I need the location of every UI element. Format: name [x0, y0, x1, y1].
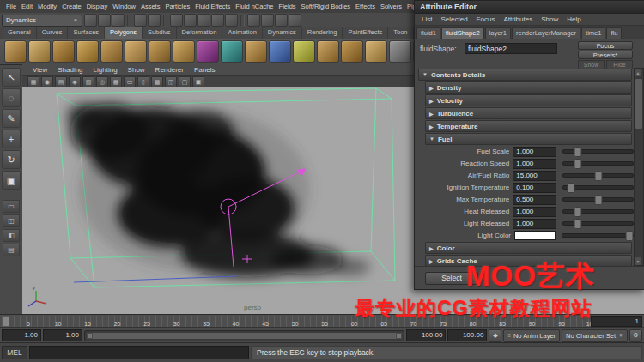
- shelf-tab-subdivs[interactable]: Subdivs: [143, 27, 177, 39]
- shelf-item-12-icon[interactable]: [269, 40, 291, 63]
- render-settings-icon[interactable]: [289, 14, 301, 27]
- air-fuel-ratio-slider[interactable]: [562, 173, 634, 178]
- slider-handle[interactable]: [574, 219, 581, 229]
- light-released-field[interactable]: 1.000: [513, 219, 556, 229]
- animation-end-field[interactable]: 100.00: [447, 329, 487, 341]
- menu-soft-rigid-bodies[interactable]: Soft/Rigid Bodies: [299, 3, 354, 10]
- attribute-editor-title[interactable]: Attribute Editor: [415, 1, 644, 14]
- scrollbar-down-arrow-icon[interactable]: ▼: [635, 257, 641, 265]
- ae-menu-focus[interactable]: Focus: [472, 15, 500, 23]
- range-slider[interactable]: [84, 330, 404, 341]
- animation-preferences-icon[interactable]: ⚙: [629, 329, 642, 342]
- viewport-menu-lighting[interactable]: Lighting: [88, 66, 123, 74]
- slider-handle[interactable]: [574, 159, 581, 169]
- shelf-item-16-icon[interactable]: [365, 40, 387, 63]
- section-color[interactable]: ▶Color: [425, 242, 632, 254]
- select-button[interactable]: Select: [425, 272, 478, 285]
- section-temperature[interactable]: ▶Temperature: [425, 120, 632, 132]
- attribute-scroll-area[interactable]: ▼Contents Details▶Density▶Velocity▶Turbu…: [416, 68, 634, 266]
- menu-display[interactable]: Display: [84, 3, 111, 10]
- light-color-swatch[interactable]: [514, 231, 556, 240]
- shelf-item-7-icon[interactable]: [149, 40, 171, 63]
- snap-to-view-planes-icon[interactable]: [211, 14, 224, 27]
- scrollbar-thumb[interactable]: [635, 78, 643, 130]
- menu-effects[interactable]: Effects: [353, 3, 378, 10]
- viewport-menu-view[interactable]: View: [27, 66, 52, 74]
- four-pane-layout-button[interactable]: ◫: [3, 214, 20, 227]
- shelf-tab-painteffects[interactable]: PaintEffects: [343, 27, 388, 39]
- section-contents-details[interactable]: ▼Contents Details: [418, 69, 632, 81]
- viewport-menu-panels[interactable]: Panels: [189, 66, 220, 74]
- reaction-speed-slider[interactable]: [562, 161, 634, 166]
- ae-menu-attributes[interactable]: Attributes: [499, 15, 537, 23]
- paint-select-tool-icon[interactable]: ✎: [2, 109, 21, 128]
- range-start-handle[interactable]: [87, 333, 93, 339]
- ae-menu-help[interactable]: Help: [562, 15, 585, 23]
- anim-layer-selector[interactable]: ≡ No Anim Layer: [503, 329, 560, 342]
- section-turbulence[interactable]: ▶Turbulence: [425, 107, 632, 119]
- shelf-tab-deformation[interactable]: Deformation: [177, 27, 223, 39]
- time-slider[interactable]: 5101520253035404550556065707580859095100…: [0, 314, 644, 328]
- light-released-slider[interactable]: [562, 221, 634, 226]
- playback-end-field[interactable]: 100.00: [406, 329, 446, 341]
- shelf-tab-polygons[interactable]: Polygons: [105, 27, 143, 39]
- hypershade-layout-button[interactable]: ▤: [3, 244, 20, 256]
- shelf-item-6-icon[interactable]: [125, 40, 147, 63]
- shelf-tab-toon[interactable]: Toon: [388, 27, 413, 39]
- redo-icon[interactable]: [148, 14, 161, 27]
- attribute-editor-scrollbar[interactable]: ▲ ▼: [634, 68, 644, 266]
- new-scene-icon[interactable]: [84, 14, 97, 27]
- save-scene-icon[interactable]: [112, 14, 125, 27]
- node-name-field[interactable]: [465, 43, 557, 54]
- render-current-frame-icon[interactable]: [261, 14, 274, 27]
- snap-to-grids-icon[interactable]: [170, 14, 183, 27]
- command-input[interactable]: [29, 346, 249, 359]
- viewport-menu-show[interactable]: Show: [123, 66, 150, 74]
- ae-tab-layer1[interactable]: layer1: [485, 27, 511, 39]
- viewport-menu-shading[interactable]: Shading: [52, 66, 88, 74]
- section-density[interactable]: ▶Density: [425, 81, 632, 94]
- character-set-selector[interactable]: No Character Set ▼: [562, 329, 628, 342]
- shelf-item-1-icon[interactable]: [4, 40, 27, 63]
- shelf-item-14-icon[interactable]: [317, 40, 339, 63]
- shelf-item-17-icon[interactable]: [389, 40, 411, 63]
- menu-particles[interactable]: Particles: [162, 3, 192, 10]
- render-view-icon[interactable]: [247, 14, 260, 27]
- shelf-tab-surfaces[interactable]: Surfaces: [68, 27, 105, 39]
- fuel-scale-field[interactable]: 1.000: [513, 147, 556, 157]
- animation-start-field[interactable]: 1.00: [2, 329, 41, 341]
- shelf-item-11-icon[interactable]: [245, 40, 267, 63]
- light-color-slider[interactable]: [562, 233, 634, 238]
- ignition-temperature-slider[interactable]: [562, 185, 634, 190]
- menu-fields[interactable]: Fields: [276, 3, 299, 10]
- shelf-tab-dynamics[interactable]: Dynamics: [263, 27, 302, 39]
- fuel-scale-slider[interactable]: [562, 149, 634, 154]
- slider-handle[interactable]: [594, 195, 602, 205]
- lasso-tool-icon[interactable]: ◌: [2, 88, 21, 107]
- ae-menu-selected[interactable]: Selected: [436, 15, 471, 23]
- menu-solvers[interactable]: Solvers: [378, 3, 404, 10]
- select-tool-icon[interactable]: ↖: [2, 68, 21, 87]
- shelf-tab-rendering[interactable]: Rendering: [302, 27, 343, 39]
- slider-handle[interactable]: [574, 147, 581, 157]
- menu-fluid-ncache[interactable]: Fluid nCache: [233, 3, 276, 10]
- reaction-speed-field[interactable]: 1.000: [513, 159, 556, 169]
- range-end-handle[interactable]: [396, 333, 402, 339]
- heat-released-slider[interactable]: [562, 209, 634, 214]
- menu-set-selector[interactable]: Dynamics ▼: [2, 15, 82, 27]
- shelf-tab-animation[interactable]: Animation: [222, 27, 262, 39]
- menu-edit[interactable]: Edit: [19, 3, 35, 10]
- air-fuel-ratio-field[interactable]: 15.000: [513, 171, 556, 181]
- ae-tab-renderlayermanager[interactable]: renderLayerManager: [512, 27, 580, 39]
- presets-button[interactable]: Presets*: [578, 51, 633, 59]
- scrollbar-up-arrow-icon[interactable]: ▲: [635, 69, 641, 76]
- menu-window[interactable]: Window: [110, 3, 138, 10]
- open-scene-icon[interactable]: [98, 14, 111, 27]
- max-temperature-field[interactable]: 0.500: [513, 195, 556, 205]
- scale-tool-icon[interactable]: ▣: [2, 171, 21, 190]
- move-tool-icon[interactable]: +: [2, 130, 21, 148]
- playhead[interactable]: [2, 316, 9, 327]
- menu-assets[interactable]: Assets: [138, 3, 163, 10]
- section-grids-cache[interactable]: ▶Grids Cache: [425, 255, 632, 266]
- shelf-item-10-icon[interactable]: [221, 40, 243, 63]
